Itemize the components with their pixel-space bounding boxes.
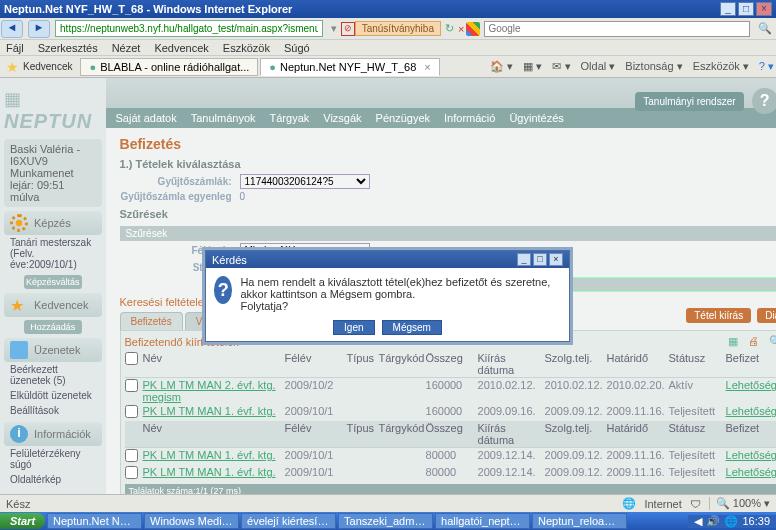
tetel-kiiras-button[interactable]: Tétel kiírás (686, 308, 751, 323)
taskbar-item[interactable]: Tanszeki_administrator... (338, 513, 433, 529)
sidebar-sitemap[interactable]: Oldaltérkép (4, 472, 102, 487)
menu-favorites[interactable]: Kedvencek (154, 42, 208, 54)
neptun-logo: ▦ NEPTUN (4, 82, 102, 139)
user-name: Baski Valéria - I6XUV9 (10, 143, 96, 167)
star-icon: ★ (10, 296, 28, 314)
tools-menu[interactable]: Eszközök ▾ (693, 60, 749, 73)
kepzesvaltas-button[interactable]: Képzésváltás (24, 275, 82, 289)
excel-icon[interactable]: ▦ (728, 335, 738, 348)
topmenu-ugyintezes[interactable]: Ügyintézés (509, 112, 563, 124)
diakhitel-button[interactable]: Diákhitel (757, 308, 776, 323)
table-row: PK LM TM MAN 1. évf. ktg. 2009/10/1 8000… (125, 465, 776, 482)
tab-blabla[interactable]: ● BLABLA - online rádióhallgat... (80, 58, 258, 76)
taskbar-item[interactable]: évelejí kiértesítők (241, 513, 336, 529)
tab-neptun[interactable]: ● Neptun.Net NYF_HW_T_68 × (260, 58, 439, 76)
tab-befizetes[interactable]: Befizetés (120, 312, 183, 330)
help-icon[interactable]: ? ▾ (759, 60, 774, 73)
sidebar: ▦ NEPTUN Baski Valéria - I6XUV9 Munkamen… (0, 78, 106, 508)
tray-icon[interactable]: ◀ (694, 515, 702, 528)
status-ready: Kész (6, 498, 30, 510)
value-egyenleg: 0 (240, 191, 246, 202)
dialog-maximize-icon[interactable]: □ (533, 253, 547, 266)
row-name[interactable]: PK LM TM MAN 1. évf. ktg. (143, 405, 283, 420)
sidebar-uzenetek-header[interactable]: Üzenetek (4, 338, 102, 362)
minimize-button[interactable]: _ (720, 2, 736, 16)
help-circle-icon[interactable]: ? (752, 88, 776, 114)
topmenu-penzugyek[interactable]: Pénzügyek (376, 112, 430, 124)
menu-tools[interactable]: Eszközök (223, 42, 270, 54)
dialog-title: Kérdés (212, 254, 247, 266)
select-szamlak[interactable]: 11744003206124?5 (240, 174, 370, 189)
home-icon[interactable]: 🏠 ▾ (490, 60, 513, 73)
ie-address-bar: ◄ ► ▾ ⊘ Tanúsítványhiba ↻ × 🔍 (0, 18, 776, 40)
dialog-minimize-icon[interactable]: _ (517, 253, 531, 266)
taskbar-item[interactable]: Neptun_reloaded (532, 513, 627, 529)
close-button[interactable]: × (756, 2, 772, 16)
row-options[interactable]: Lehetőségek (726, 405, 776, 420)
favorites-star-icon[interactable]: ★ (6, 59, 19, 75)
print-icon[interactable]: 🖨 (748, 335, 759, 348)
feed-icon[interactable]: ▦ ▾ (523, 60, 542, 73)
menu-view[interactable]: Nézet (112, 42, 141, 54)
tab-close-icon[interactable]: × (424, 61, 430, 73)
sidebar-sent[interactable]: Elküldött üzenetek (4, 388, 102, 403)
cert-error-icon: ⊘ (341, 22, 355, 36)
zoom-level[interactable]: 🔍 100% ▾ (709, 497, 770, 510)
search-input[interactable] (484, 21, 750, 37)
checkbox-all[interactable] (125, 352, 138, 365)
row-options[interactable]: Lehetőségek (726, 379, 776, 403)
menu-edit[interactable]: Szerkesztés (38, 42, 98, 54)
forward-button[interactable]: ► (28, 20, 50, 38)
safety-menu[interactable]: Biztonság ▾ (625, 60, 682, 73)
ie-menu: Fájl Szerkesztés Nézet Kedvencek Eszközö… (0, 40, 776, 56)
dropdown-icon[interactable]: ▾ (331, 22, 337, 35)
szuresek-title: Szűrések (120, 208, 776, 220)
row-checkbox[interactable] (125, 405, 138, 418)
taskbar-item[interactable]: Neptun.Net NYF_HW_... (47, 513, 142, 529)
row-checkbox[interactable] (125, 466, 138, 479)
dialog-yes-button[interactable]: Igen (333, 320, 374, 335)
refresh-icon[interactable]: ↻ (445, 22, 454, 35)
topmenu-vizsgak[interactable]: Vizsgák (323, 112, 361, 124)
start-button[interactable]: Start (0, 513, 45, 529)
row-options[interactable]: Lehetőségek (726, 449, 776, 464)
stop-icon[interactable]: × (458, 23, 464, 35)
taskbar-item[interactable]: hallgatói_neptun - Micros... (435, 513, 530, 529)
row-options[interactable]: Lehetőségek (726, 466, 776, 481)
sidebar-help[interactable]: Felületérzékeny súgó (4, 446, 102, 472)
mail-icon[interactable]: ✉ ▾ (552, 60, 570, 73)
row-name[interactable]: PK LM TM MAN 2. évf. ktg. megism (143, 379, 283, 403)
menu-file[interactable]: Fájl (6, 42, 24, 54)
row-name[interactable]: PK LM TM MAN 1. évf. ktg. (143, 466, 283, 481)
search-go-icon[interactable]: 🔍 (758, 22, 772, 35)
cert-warning[interactable]: Tanúsítványhiba (355, 21, 441, 36)
taskbar-item[interactable]: Windows Media Player (144, 513, 239, 529)
topmenu-tanulmanyok[interactable]: Tanulmányok (191, 112, 256, 124)
confirm-dialog: Kérdés _ □ × ? Ha nem rendelt a kiválasz… (205, 250, 570, 342)
sidebar-kepzes-header[interactable]: Képzés (4, 211, 102, 235)
hozzaadas-button[interactable]: Hozzáadás (24, 320, 82, 334)
ie-tab-row: ★ Kedvencek ● BLABLA - online rádióhallg… (0, 56, 776, 78)
row-name[interactable]: PK LM TM MAN 1. évf. ktg. (143, 449, 283, 464)
maximize-button[interactable]: □ (738, 2, 754, 16)
topmenu-targyak[interactable]: Tárgyak (270, 112, 310, 124)
sidebar-info-header[interactable]: i Információk (4, 422, 102, 446)
sidebar-settings[interactable]: Beállítások (4, 403, 102, 418)
row-checkbox[interactable] (125, 449, 138, 462)
menu-help[interactable]: Súgó (284, 42, 310, 54)
tray-icon[interactable]: 🌐 (724, 515, 738, 528)
favorites-label[interactable]: Kedvencek (23, 61, 72, 72)
page-menu[interactable]: Oldal ▾ (581, 60, 616, 73)
back-button[interactable]: ◄ (1, 20, 23, 38)
dialog-text-2: Folytatja? (240, 300, 561, 312)
search-icon[interactable]: 🔍 (769, 335, 776, 348)
dialog-no-button[interactable]: Mégsem (382, 320, 442, 335)
sidebar-inbox[interactable]: Beérkezett üzenetek (5) (4, 362, 102, 388)
sidebar-kedvencek-header[interactable]: ★ Kedvencek (4, 293, 102, 317)
row-checkbox[interactable] (125, 379, 138, 392)
topmenu-sajat[interactable]: Saját adatok (116, 112, 177, 124)
tray-icon[interactable]: 🔊 (706, 515, 720, 528)
dialog-close-icon[interactable]: × (549, 253, 563, 266)
url-input[interactable] (55, 20, 323, 37)
topmenu-informacio[interactable]: Információ (444, 112, 495, 124)
